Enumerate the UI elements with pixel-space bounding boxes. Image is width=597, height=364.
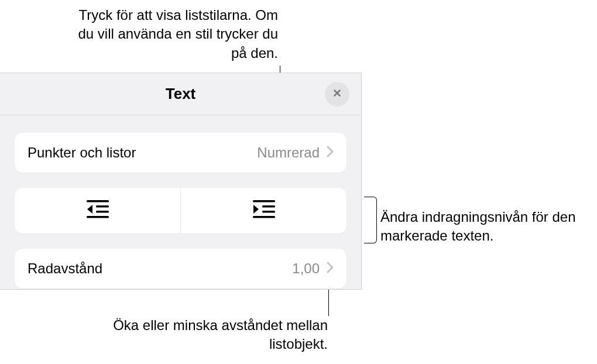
chevron-right-icon — [327, 262, 334, 276]
indent-controls — [15, 188, 346, 233]
indent-button[interactable] — [181, 188, 346, 233]
callout-right: Ändra indragningsnivån för den markerade… — [380, 208, 597, 246]
bullets-label: Punkter och listor — [28, 145, 136, 161]
svg-rect-7 — [253, 216, 275, 218]
indent-icon — [252, 199, 276, 222]
close-button[interactable] — [325, 82, 349, 107]
panel-header: Text — [0, 73, 361, 115]
text-panel: Text Punkter och listor Numrerad — [0, 73, 362, 290]
callout-bottom: Öka eller minska avståndet mellan listob… — [94, 316, 328, 354]
outdent-icon — [85, 199, 110, 222]
line-spacing-row[interactable]: Radavstånd 1,00 — [15, 249, 346, 289]
chevron-right-icon — [327, 146, 334, 160]
line-spacing-label: Radavstånd — [28, 260, 102, 277]
svg-rect-3 — [87, 216, 109, 218]
page-title: Text — [166, 85, 196, 103]
bullets-and-lists-row[interactable]: Punkter och listor Numrerad — [15, 133, 346, 173]
bullets-value: Numrerad — [257, 145, 320, 161]
svg-rect-5 — [262, 205, 275, 208]
callout-bracket-right — [364, 197, 377, 243]
panel-body: Punkter och listor Numrerad — [0, 115, 361, 289]
svg-rect-1 — [96, 205, 109, 208]
line-spacing-value: 1,00 — [292, 260, 320, 277]
outdent-button[interactable] — [15, 188, 181, 233]
svg-rect-4 — [253, 200, 275, 202]
svg-rect-2 — [96, 211, 109, 213]
bullets-value-group: Numrerad — [257, 145, 334, 161]
callout-line-bottom — [328, 287, 329, 316]
line-spacing-value-group: 1,00 — [292, 260, 334, 277]
svg-rect-6 — [262, 211, 275, 213]
svg-rect-0 — [87, 200, 109, 202]
callout-top: Tryck för att visa liststilarna. Om du v… — [73, 6, 278, 63]
close-icon — [332, 88, 342, 101]
